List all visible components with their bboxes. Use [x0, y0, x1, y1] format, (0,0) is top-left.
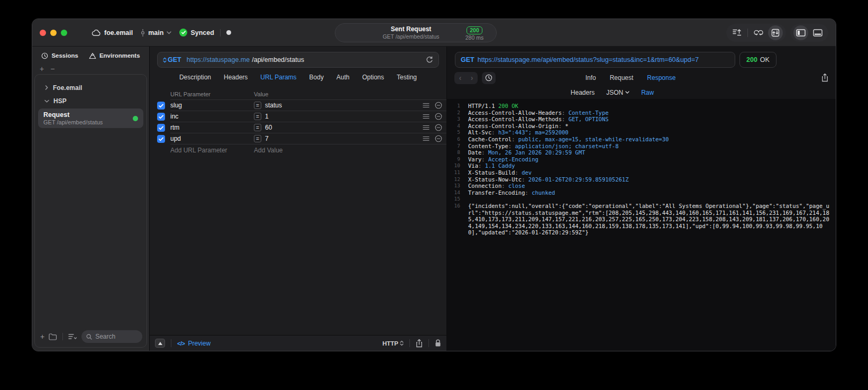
param-name[interactable]: inc	[170, 113, 254, 120]
line-number: 4	[447, 123, 463, 130]
param-value[interactable]: 7	[265, 135, 423, 142]
share-icon[interactable]	[416, 339, 423, 348]
sort-list-icon[interactable]	[68, 333, 77, 340]
line-segment: chunked	[532, 189, 555, 196]
tab-environments[interactable]: Environments	[89, 52, 140, 59]
param-row-actions	[423, 102, 446, 109]
chevron-down-icon	[167, 31, 171, 34]
response-line: 10Via: 1.1 Caddy	[447, 162, 836, 169]
param-name[interactable]: rtm	[170, 124, 254, 131]
drag-handle-icon[interactable]	[423, 103, 430, 108]
line-segment: Vary	[468, 156, 481, 162]
editor-tab-testing[interactable]: Testing	[397, 74, 417, 81]
preview-button[interactable]: Preview	[177, 340, 211, 347]
request-list-item-selected[interactable]: Request GET /api/embed/status	[38, 108, 143, 128]
line-number: 13	[447, 183, 463, 189]
line-segment: Access-Control-Allow-Methods	[468, 116, 562, 122]
line-text: Date: Mon, 26 Jan 2026 20:29:59 GMT	[463, 149, 836, 156]
remove-row-icon[interactable]	[435, 102, 442, 109]
response-line: 2Access-Control-Allow-Headers: Content-T…	[447, 110, 836, 116]
minimize-window-button[interactable]	[50, 30, 57, 36]
param-checkbox-upd[interactable]	[157, 135, 165, 143]
link-loop-button[interactable]	[751, 25, 766, 40]
new-folder-icon[interactable]	[49, 333, 57, 340]
lock-icon[interactable]	[435, 339, 441, 347]
response-tab-info[interactable]: Info	[586, 74, 596, 81]
swap-panels-button[interactable]	[768, 25, 783, 40]
editor-tab-body[interactable]: Body	[309, 74, 324, 81]
forward-button[interactable]	[466, 74, 478, 82]
titlebar: foe.email main Synced Sent Re	[32, 19, 836, 47]
editor-tab-description[interactable]: Description	[179, 74, 211, 81]
sidebar-search[interactable]	[81, 330, 142, 343]
tree-group-foe-email[interactable]: Foe.email	[35, 81, 147, 94]
column-header-value: Value	[254, 91, 268, 97]
response-line: 4Access-Control-Allow-Origin: *	[447, 123, 836, 130]
response-subtab-raw[interactable]: Raw	[641, 89, 654, 96]
method-selector[interactable]: GET	[163, 56, 181, 64]
param-value[interactable]: 60	[265, 124, 423, 131]
add-item-button[interactable]	[40, 66, 44, 71]
tree-group-hsp[interactable]: HSP	[35, 94, 147, 107]
line-segment: public, max-age=15, stale-while-revalida…	[518, 136, 669, 142]
remove-row-icon[interactable]	[435, 135, 442, 142]
new-request-button[interactable]	[40, 334, 44, 339]
protocol-selector[interactable]: HTTP	[382, 340, 404, 347]
param-checkbox-inc[interactable]	[157, 113, 165, 121]
tree-group-label: HSP	[53, 97, 67, 105]
branch-selector[interactable]: main	[141, 29, 171, 37]
triangle-up-icon	[158, 342, 162, 345]
line-segment: *	[565, 123, 568, 129]
response-tab-response[interactable]: Response	[647, 74, 675, 81]
editor-tab-options[interactable]: Options	[362, 74, 384, 81]
response-subtab-headers[interactable]: Headers	[571, 89, 595, 96]
add-param-placeholder[interactable]: Add URL Parameter	[170, 147, 254, 154]
editor-tab-headers[interactable]: Headers	[224, 74, 248, 81]
editor-tab-url-params[interactable]: URL Params	[260, 74, 296, 81]
refresh-icon[interactable]	[426, 56, 433, 64]
editor-tab-auth[interactable]: Auth	[336, 74, 350, 81]
chevron-down-icon	[44, 99, 49, 103]
sort-export-button[interactable]	[729, 25, 744, 40]
request-url-bar[interactable]: GET https://statuspage.me/api/embed/stat…	[157, 52, 439, 68]
param-checkbox-rtm[interactable]	[157, 124, 165, 132]
toggle-sidebar-button[interactable]	[793, 25, 808, 40]
remove-row-icon[interactable]	[435, 124, 442, 131]
add-param-row[interactable]: Add URL Parameter Add Value	[150, 144, 446, 156]
tab-sessions[interactable]: Sessions	[41, 52, 78, 59]
param-value[interactable]: status	[265, 102, 423, 109]
export-share-icon[interactable]	[821, 74, 828, 82]
collapse-panel-button[interactable]	[155, 339, 165, 348]
line-number: 16	[447, 203, 463, 210]
response-body[interactable]: 1HTTP/1.1 200 OK2Access-Control-Allow-He…	[447, 99, 836, 351]
param-name[interactable]: upd	[170, 135, 254, 142]
search-input[interactable]	[95, 333, 138, 340]
param-value[interactable]: 1	[265, 113, 423, 120]
response-tab-request[interactable]: Request	[610, 74, 634, 81]
clock-icon	[485, 74, 492, 81]
remove-item-button[interactable]	[50, 66, 54, 71]
close-window-button[interactable]	[40, 30, 46, 36]
line-text: X-Status-Build: dev	[463, 169, 836, 176]
drag-handle-icon[interactable]	[423, 125, 430, 130]
drag-handle-icon[interactable]	[423, 136, 430, 141]
sync-status[interactable]: Synced	[179, 29, 214, 37]
remove-row-icon[interactable]	[435, 113, 442, 120]
param-name[interactable]: slug	[170, 102, 254, 109]
equals-icon	[254, 135, 261, 142]
add-value-placeholder[interactable]: Add Value	[254, 147, 446, 154]
line-segment: Content-Type	[468, 143, 508, 149]
back-button[interactable]	[454, 74, 466, 82]
line-segment: Mon, 26 Jan 2026 20:29:59 GMT	[488, 149, 585, 156]
param-row-actions	[423, 113, 446, 120]
drag-handle-icon[interactable]	[423, 114, 430, 119]
line-number: 2	[447, 110, 463, 116]
param-checkbox-slug[interactable]	[157, 102, 165, 110]
project-name[interactable]: foe.email	[104, 29, 133, 37]
response-subtab-json[interactable]: JSON	[606, 89, 629, 96]
toggle-bottom-panel-button[interactable]	[810, 25, 825, 40]
history-button[interactable]	[482, 72, 496, 84]
sent-request-pill[interactable]: Sent Request GET /api/embed/status 200 2…	[335, 23, 497, 42]
response-url-box[interactable]: GET https://statuspage.me/api/embed/stat…	[455, 52, 735, 68]
zoom-window-button[interactable]	[61, 30, 67, 36]
